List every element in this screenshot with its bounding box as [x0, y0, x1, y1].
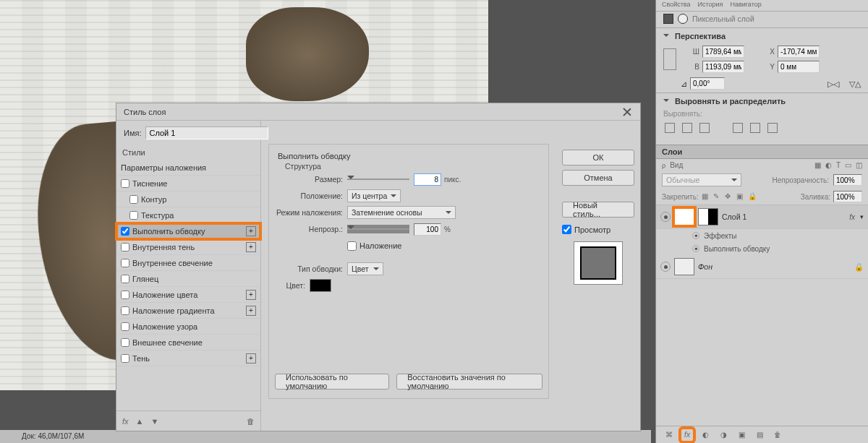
angle-input[interactable] — [690, 77, 725, 90]
blend-mode-select[interactable]: Затемнение основы — [347, 206, 456, 219]
reset-default-button[interactable]: Восстановить значения по умолчанию — [396, 374, 542, 390]
new-style-button[interactable]: Новый стиль... — [562, 202, 634, 218]
style-contour[interactable]: Контур — [116, 192, 260, 207]
layer1-thumbnail[interactable] — [674, 208, 694, 225]
color-label: Цвет: — [275, 281, 310, 290]
filter-pixel-icon[interactable]: ▦ — [814, 161, 821, 169]
layer-item-background[interactable]: Фон 🔒 — [656, 255, 868, 279]
trash-icon[interactable]: 🗑 — [247, 417, 255, 426]
lock-paint-icon[interactable]: ✎ — [713, 192, 722, 201]
flip-v-icon[interactable]: ▽△ — [849, 79, 861, 88]
style-satin[interactable]: Глянец — [116, 271, 260, 287]
style-bevel[interactable]: Тиснение — [116, 176, 260, 192]
layer-filter-kind[interactable]: Вид — [670, 161, 683, 169]
add-mask-icon[interactable]: ◐ — [699, 429, 711, 441]
size-input[interactable] — [414, 173, 441, 186]
add-color-overlay-button[interactable]: + — [246, 290, 256, 300]
layer1-name: Слой 1 — [722, 212, 746, 221]
ok-button[interactable]: ОК — [562, 150, 634, 165]
align-right-icon[interactable] — [699, 123, 710, 133]
tab-history[interactable]: История — [698, 1, 723, 10]
opacity-slider[interactable] — [347, 225, 409, 233]
style-blending-options[interactable]: Параметры наложения — [116, 160, 260, 176]
align-bottom-icon[interactable] — [767, 123, 778, 133]
layer-style-dialog: Стиль слоя Имя: Стили Параметры наложени… — [116, 103, 641, 431]
layers-panel-header[interactable]: Слои — [656, 145, 868, 159]
add-stroke-button[interactable]: + — [246, 226, 256, 236]
layer1-effects-row[interactable]: Эффекты — [656, 229, 868, 242]
filter-smart-icon[interactable]: ◫ — [856, 161, 862, 169]
canvas-subject-2 — [246, 7, 369, 101]
layer1-fx-badge[interactable]: fx — [849, 213, 855, 221]
blend-mode-label: Режим наложения: — [275, 208, 347, 217]
close-icon[interactable] — [621, 106, 633, 118]
align-center-v-icon[interactable] — [750, 123, 760, 133]
collapse-effects-icon[interactable]: ▾ — [860, 213, 864, 220]
tab-navigator[interactable]: Навигатор — [730, 1, 761, 10]
layer-fill-input[interactable] — [833, 191, 862, 202]
align-center-h-icon[interactable] — [682, 123, 692, 133]
lock-all-icon[interactable]: 🔒 — [748, 192, 757, 201]
style-pattern-overlay[interactable]: Наложение узора — [116, 319, 260, 335]
background-thumbnail[interactable] — [674, 258, 694, 275]
y-input[interactable] — [778, 61, 820, 73]
style-color-overlay[interactable]: Наложение цвета+ — [116, 287, 260, 303]
mask-kind-icon — [678, 14, 688, 24]
lock-artboard-icon[interactable]: ▣ — [736, 192, 745, 201]
opacity-input[interactable] — [414, 223, 441, 236]
add-inner-shadow-button[interactable]: + — [246, 242, 256, 252]
blend-mode-select-panel[interactable]: Обычные — [662, 173, 741, 186]
style-outer-glow[interactable]: Внешнее свечение — [116, 335, 260, 350]
x-input[interactable] — [778, 46, 820, 58]
overprint-checkbox[interactable] — [347, 241, 357, 251]
style-inner-shadow[interactable]: Внутренняя тень+ — [116, 239, 260, 255]
layer1-stroke-effect-row[interactable]: Выполнить обводку — [656, 242, 868, 255]
layer1-mask-thumbnail[interactable] — [698, 208, 718, 225]
cancel-button[interactable]: Отмена — [562, 170, 634, 186]
filter-type-icon[interactable]: T — [836, 161, 841, 169]
link-layers-icon[interactable]: ⌘ — [663, 429, 675, 441]
align-section[interactable]: Выровнять и распределить — [675, 97, 786, 106]
size-slider[interactable] — [347, 175, 409, 184]
flip-h-icon[interactable]: ▷◁ — [827, 79, 839, 88]
preview-checkbox[interactable] — [562, 225, 571, 234]
stroke-type-select[interactable]: Цвет — [347, 262, 383, 275]
style-inner-glow[interactable]: Внутреннее свечение — [116, 255, 260, 271]
layer-name-input[interactable] — [145, 126, 268, 139]
layer-item-layer1[interactable]: Слой 1 fx ▾ — [656, 205, 868, 229]
doc-size-info: Док: 46,0M/107,6M — [22, 432, 84, 440]
link-wh-icon[interactable] — [663, 48, 676, 70]
add-adjustment-icon[interactable]: ◑ — [718, 429, 729, 441]
filter-shape-icon[interactable]: ▭ — [845, 161, 851, 169]
align-left-icon[interactable] — [665, 123, 675, 133]
styles-header: Стили — [116, 145, 260, 160]
add-gradient-overlay-button[interactable]: + — [246, 306, 256, 316]
layer-opacity-input[interactable] — [833, 174, 862, 186]
dialog-title: Стиль слоя — [124, 108, 166, 116]
lock-pos-icon[interactable]: ✥ — [725, 192, 733, 201]
height-input[interactable] — [702, 61, 744, 73]
fx-menu-icon[interactable]: fx — [122, 417, 129, 426]
make-default-button[interactable]: Использовать по умолчанию — [275, 374, 389, 390]
position-select[interactable]: Из центра — [347, 189, 401, 202]
new-group-icon[interactable]: ▣ — [736, 429, 747, 441]
style-drop-shadow[interactable]: Тень+ — [116, 350, 260, 366]
perspective-section[interactable]: Перспектива — [675, 32, 726, 40]
new-layer-icon[interactable]: ▤ — [754, 429, 765, 441]
style-texture[interactable]: Текстура — [116, 207, 260, 223]
move-up-icon[interactable]: ▲ — [136, 417, 144, 426]
style-stroke[interactable]: Выполнить обводку+ — [116, 223, 260, 239]
move-down-icon[interactable]: ▼ — [150, 417, 158, 426]
width-input[interactable] — [702, 46, 744, 58]
tab-properties[interactable]: Свойства — [662, 1, 691, 10]
add-drop-shadow-button[interactable]: + — [246, 353, 256, 364]
add-fx-icon[interactable]: fx — [681, 429, 693, 441]
visibility-toggle-layer1[interactable] — [660, 212, 671, 222]
filter-adjust-icon[interactable]: ◐ — [825, 161, 832, 169]
visibility-toggle-bg[interactable] — [660, 262, 671, 272]
align-top-icon[interactable] — [733, 123, 743, 133]
lock-trans-icon[interactable]: ▦ — [702, 192, 710, 201]
delete-layer-icon[interactable]: 🗑 — [772, 429, 783, 441]
style-gradient-overlay[interactable]: Наложение градиента+ — [116, 303, 260, 319]
stroke-color-swatch[interactable] — [310, 279, 331, 292]
